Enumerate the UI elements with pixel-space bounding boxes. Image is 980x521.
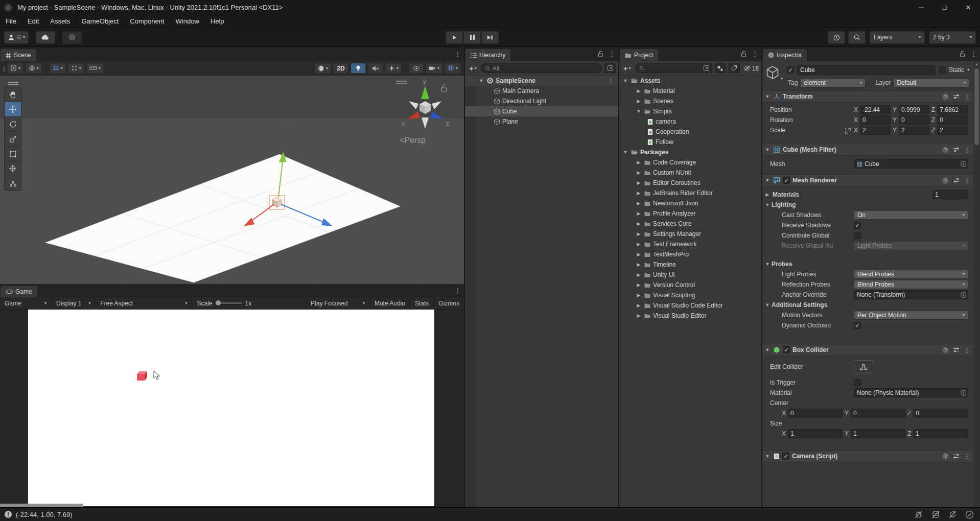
cloud-button[interactable] <box>36 31 55 44</box>
scroll-up-icon[interactable]: ▲ <box>973 62 980 66</box>
foldout-icon[interactable]: ▶ <box>636 242 642 247</box>
package-row[interactable]: ▶Visual Scripting <box>619 290 761 300</box>
foldout-icon[interactable]: ▶ <box>636 180 642 185</box>
tab-game[interactable]: Game <box>1 286 37 297</box>
materials-count-field[interactable]: 1 <box>932 190 968 199</box>
console-message-icon[interactable] <box>4 510 12 518</box>
help-icon[interactable]: ? <box>942 147 949 153</box>
foldout-icon[interactable]: ▶ <box>636 201 642 206</box>
reflection-probes-dropdown[interactable]: Blend Probes▾ <box>854 280 968 289</box>
tab-project[interactable]: Project <box>620 49 658 61</box>
presets-icon[interactable] <box>953 453 960 459</box>
active-checkbox[interactable]: ✓ <box>787 66 794 74</box>
hierarchy-create-button[interactable]: + ▾ <box>468 64 478 73</box>
foldout-icon[interactable]: ▶ <box>636 160 642 165</box>
motion-vectors-dropdown[interactable]: Per Object Motion▾ <box>854 311 968 320</box>
hierarchy-row-plane[interactable]: Plane <box>465 116 618 127</box>
search-by-type-button[interactable] <box>715 63 726 73</box>
help-icon[interactable]: ? <box>942 177 949 184</box>
transform-header[interactable]: ▼ Transform ? ⋮ <box>762 90 973 103</box>
unlink-icon[interactable] <box>844 127 852 134</box>
transform-tool-button[interactable] <box>4 161 21 176</box>
scene-visibility-toggle[interactable] <box>409 63 424 74</box>
close-button[interactable]: × <box>956 0 980 15</box>
game-menu-kebab-icon[interactable]: ⋮ <box>454 287 461 294</box>
menu-window[interactable]: Window <box>170 15 205 28</box>
grid-snapping-dropdown[interactable]: ▾ <box>50 63 66 74</box>
toolstrip-handle[interactable] <box>4 81 22 86</box>
auto-refresh-disabled-icon[interactable] <box>948 510 957 518</box>
scale-slider-knob[interactable] <box>216 300 221 305</box>
scene-camera-dropdown[interactable]: ▾ <box>426 63 442 74</box>
effects-dropdown[interactable]: ▾ <box>385 63 402 74</box>
aspect-dropdown[interactable]: Free Aspect ▾ <box>96 297 192 309</box>
perspective-label[interactable]: <Persp <box>400 136 426 145</box>
foldout-icon[interactable]: ▶ <box>636 88 642 93</box>
mute-audio-toggle[interactable]: Mute Audio <box>370 297 410 309</box>
scene-row-kebab-icon[interactable]: ⋮ <box>608 78 614 84</box>
cast-shadows-dropdown[interactable]: On▾ <box>854 210 968 220</box>
center-x-field[interactable]: 0 <box>788 409 843 418</box>
scene-audio-toggle[interactable] <box>368 63 383 74</box>
inspector-scrollbar[interactable]: ▲ <box>973 61 980 507</box>
foldout-icon[interactable]: ▶ <box>764 192 771 197</box>
foldout-icon[interactable]: ▼ <box>764 147 771 152</box>
package-row[interactable]: ▶Test Framework <box>619 239 761 249</box>
package-row[interactable]: ▶Settings Manager <box>619 229 761 239</box>
tab-hierarchy[interactable]: Hierarchy <box>465 49 510 61</box>
rotation-y-field[interactable]: 0 <box>899 115 929 125</box>
help-icon[interactable]: ? <box>942 453 949 460</box>
mesh-object-field[interactable]: Cube <box>854 159 968 169</box>
static-checkbox[interactable] <box>939 66 946 74</box>
foldout-icon[interactable]: ▼ <box>764 262 771 267</box>
scene-viewport[interactable]: y x z <Persp <box>0 76 464 284</box>
project-row-script-cooperation[interactable]: # Cooperation <box>619 127 761 137</box>
inspector-menu-kebab-icon[interactable]: ⋮ <box>970 51 977 57</box>
toggle-2d-button[interactable]: 2D <box>333 63 348 74</box>
move-tool-button[interactable] <box>4 102 21 117</box>
presets-icon[interactable] <box>953 147 960 153</box>
layout-dropdown[interactable]: 2 by 3 ▾ <box>929 31 976 44</box>
project-row-scenes[interactable]: ▶ Scenes <box>619 96 761 106</box>
scale-y-field[interactable]: 2 <box>899 126 929 135</box>
contribute-gi-checkbox[interactable] <box>854 232 861 239</box>
foldout-icon[interactable]: ▼ <box>622 150 628 155</box>
physic-material-field[interactable]: None (Physic Material) <box>854 388 968 397</box>
hierarchy-row-directional-light[interactable]: Directional Light <box>465 96 618 106</box>
package-row[interactable]: ▶Profile Analyzer <box>619 208 761 219</box>
light-probes-dropdown[interactable]: Blend Probes▾ <box>854 270 968 279</box>
project-create-button[interactable]: + ▾ <box>622 64 633 73</box>
foldout-icon[interactable]: ▶ <box>636 272 642 277</box>
measure-dropdown[interactable]: ▾ <box>86 63 104 74</box>
package-row[interactable]: ▶Services Core <box>619 219 761 229</box>
scale-slider[interactable]: Scale 1x <box>192 297 272 309</box>
foldout-icon[interactable]: ▶ <box>636 211 642 216</box>
grid-visibility-dropdown[interactable]: ▾ <box>445 63 461 74</box>
menu-edit[interactable]: Edit <box>22 15 44 28</box>
center-z-field[interactable]: 0 <box>913 409 968 418</box>
account-button[interactable]: ▾ <box>4 31 29 44</box>
drag-handle-icon[interactable]: || <box>3 65 5 72</box>
game-viewport[interactable] <box>0 310 464 507</box>
presets-icon[interactable] <box>953 347 960 353</box>
tool-settings-dropdown[interactable]: ▾ <box>7 63 24 74</box>
game-display-menu-dropdown[interactable]: Game ▾ <box>0 297 52 309</box>
foldout-icon[interactable]: ▶ <box>636 303 642 308</box>
project-menu-kebab-icon[interactable]: ⋮ <box>752 51 758 57</box>
project-row-scripts[interactable]: ▼ Scripts <box>619 106 761 116</box>
lighting-foldout[interactable]: ▼ Lighting <box>762 200 973 210</box>
draw-mode-dropdown[interactable]: ▾ <box>314 63 331 74</box>
mesh-renderer-header[interactable]: ▼ ✓ Mesh Renderer ? ⋮ <box>762 174 973 186</box>
object-picker-icon[interactable] <box>960 292 967 298</box>
package-row[interactable]: ▶Unity UI <box>619 270 761 280</box>
menu-gameobject[interactable]: GameObject <box>76 15 124 28</box>
menu-help[interactable]: Help <box>205 15 230 28</box>
foldout-icon[interactable]: ▼ <box>764 202 771 207</box>
layer-dropdown[interactable]: Default▾ <box>893 78 969 87</box>
box-collider-enabled-checkbox[interactable]: ✓ <box>783 346 790 353</box>
foldout-icon[interactable]: ▶ <box>636 282 642 288</box>
search-button[interactable] <box>848 31 866 44</box>
chevron-down-icon[interactable]: ▾ <box>967 68 969 72</box>
layers-dropdown[interactable]: Layers ▾ <box>870 31 925 44</box>
scale-x-field[interactable]: 2 <box>860 126 891 135</box>
